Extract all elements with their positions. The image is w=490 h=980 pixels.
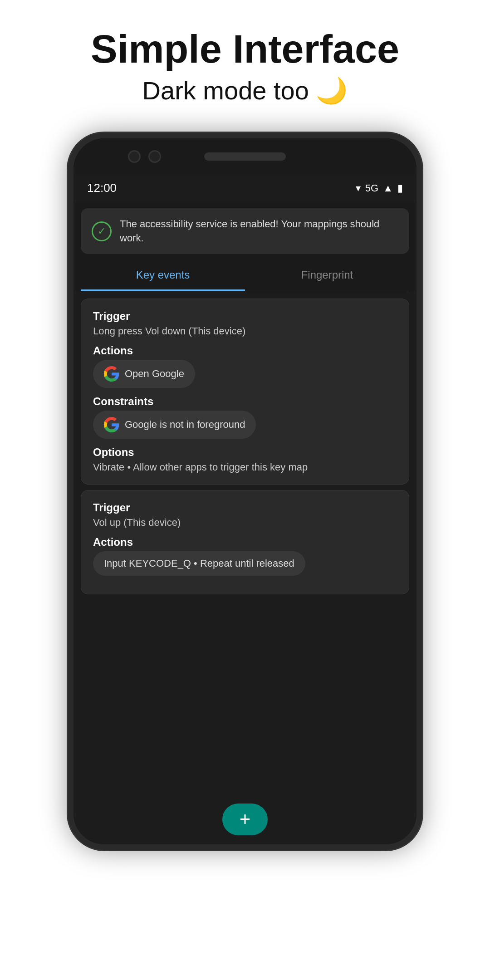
check-mark: ✓ <box>98 225 106 237</box>
network-label: 5G <box>365 182 378 194</box>
actions-label-2: Actions <box>93 536 397 549</box>
trigger-value-1: Long press Vol down (This device) <box>93 325 397 337</box>
constraints-label-1: Constraints <box>93 395 397 408</box>
camera-right <box>148 150 161 163</box>
side-button-volume <box>419 311 422 365</box>
tab-key-events[interactable]: Key events <box>81 260 245 291</box>
page-subtitle: Dark mode too 🌙 <box>142 76 348 106</box>
status-icons: ▾ 5G ▲ ▮ <box>356 182 403 194</box>
signal-icon: ▲ <box>383 182 393 194</box>
mapping-card-2: Trigger Vol up (This device) Actions Inp… <box>81 490 409 594</box>
page-title: Simple Interface <box>91 27 399 71</box>
google-icon-action <box>104 366 119 382</box>
status-time: 12:00 <box>87 181 117 195</box>
phone-footer: + <box>74 794 416 844</box>
action-chip-text-1: Open Google <box>125 368 184 380</box>
tab-bar: Key events Fingerprint <box>81 260 409 291</box>
fab-plus-icon: + <box>240 810 251 829</box>
fab-add-button[interactable]: + <box>222 804 268 835</box>
phone-frame: 12:00 ▾ 5G ▲ ▮ ✓ The accessibility servi… <box>68 133 422 850</box>
actions-label-1: Actions <box>93 344 397 357</box>
camera-left <box>128 150 141 163</box>
trigger-label-2: Trigger <box>93 501 397 514</box>
notification-banner: ✓ The accessibility service is enabled! … <box>81 208 409 255</box>
tab-fingerprint[interactable]: Fingerprint <box>245 260 409 291</box>
battery-icon: ▮ <box>397 182 403 194</box>
mapping-card-1: Trigger Long press Vol down (This device… <box>81 299 409 485</box>
trigger-value-2: Vol up (This device) <box>93 517 397 529</box>
action-chip-1[interactable]: Open Google <box>93 360 195 388</box>
action-chip-2[interactable]: Input KEYCODE_Q • Repeat until released <box>93 551 305 576</box>
notification-text: The accessibility service is enabled! Yo… <box>120 217 398 245</box>
constraint-chip-text-1: Google is not in foreground <box>125 419 245 431</box>
constraint-chip-1[interactable]: Google is not in foreground <box>93 411 256 439</box>
status-bar: 12:00 ▾ 5G ▲ ▮ <box>74 175 416 202</box>
page-wrapper: Simple Interface Dark mode too 🌙 12:00 ▾… <box>0 0 490 980</box>
google-icon-constraint <box>104 417 119 432</box>
side-button-power <box>419 265 422 297</box>
options-value-1: Vibrate • Allow other apps to trigger th… <box>93 461 397 473</box>
speaker-grille <box>204 152 286 161</box>
action-chip-text-2: Input KEYCODE_Q • Repeat until released <box>104 558 294 569</box>
phone-top-bar <box>74 138 416 175</box>
check-circle-icon: ✓ <box>92 221 112 241</box>
trigger-label-1: Trigger <box>93 310 397 323</box>
wifi-icon: ▾ <box>356 182 361 194</box>
options-label-1: Options <box>93 446 397 459</box>
phone-content: Trigger Long press Vol down (This device… <box>74 291 416 794</box>
